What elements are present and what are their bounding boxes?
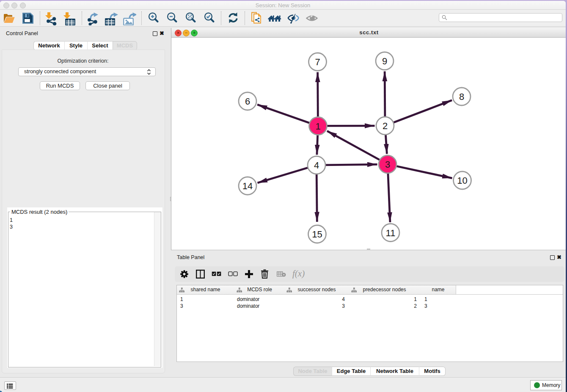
svg-text:7: 7 bbox=[315, 57, 320, 67]
svg-text:3: 3 bbox=[385, 159, 390, 170]
svg-text:11: 11 bbox=[386, 228, 396, 238]
svg-text:9: 9 bbox=[382, 56, 387, 66]
svg-text:15: 15 bbox=[312, 229, 322, 240]
svg-text:14: 14 bbox=[242, 181, 253, 191]
svg-text:4: 4 bbox=[314, 160, 319, 171]
svg-text:2: 2 bbox=[383, 121, 388, 131]
svg-text:8: 8 bbox=[459, 91, 464, 102]
svg-text:1: 1 bbox=[315, 121, 320, 132]
svg-text:10: 10 bbox=[457, 175, 467, 186]
svg-text:6: 6 bbox=[245, 96, 250, 107]
